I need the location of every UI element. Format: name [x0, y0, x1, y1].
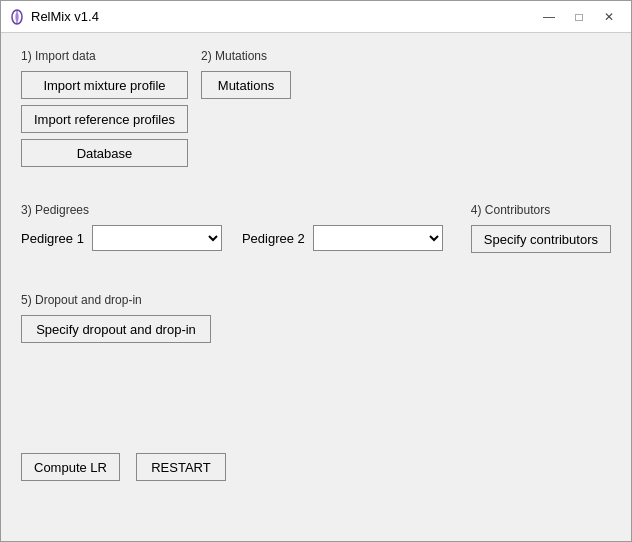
pedigrees-label: 3) Pedigrees [21, 203, 443, 217]
close-button[interactable]: ✕ [595, 5, 623, 29]
action-buttons: Compute LR RESTART [21, 453, 226, 481]
database-button[interactable]: Database [21, 139, 188, 167]
pedigree2-select[interactable] [313, 225, 443, 251]
import-mixture-button[interactable]: Import mixture profile [21, 71, 188, 99]
mutations-button[interactable]: Mutations [201, 71, 291, 99]
contributors-section: 4) Contributors Specify contributors [471, 203, 611, 253]
pedigree2-label: Pedigree 2 [242, 231, 305, 246]
mutations-label: 2) Mutations [201, 49, 291, 63]
import-data-label: 1) Import data [21, 49, 188, 63]
import-data-section: 1) Import data Import mixture profile Im… [21, 49, 188, 167]
app-icon [9, 9, 25, 25]
svg-point-2 [15, 13, 19, 21]
contributors-label: 4) Contributors [471, 203, 611, 217]
specify-dropout-button[interactable]: Specify dropout and drop-in [21, 315, 211, 343]
mutations-section: 2) Mutations Mutations [201, 49, 291, 99]
minimize-button[interactable]: — [535, 5, 563, 29]
pedigrees-section: 3) Pedigrees Pedigree 1 Pedigree 2 [21, 203, 443, 251]
window-title: RelMix v1.4 [31, 9, 535, 24]
dropout-label: 5) Dropout and drop-in [21, 293, 211, 307]
pedigree1-select[interactable] [92, 225, 222, 251]
maximize-button[interactable]: □ [565, 5, 593, 29]
title-bar: RelMix v1.4 — □ ✕ [1, 1, 631, 33]
pedigree1-row: Pedigree 1 Pedigree 2 [21, 225, 443, 251]
compute-lr-button[interactable]: Compute LR [21, 453, 120, 481]
content-area: 1) Import data Import mixture profile Im… [1, 33, 631, 541]
import-data-buttons: Import mixture profile Import reference … [21, 71, 188, 167]
restart-button[interactable]: RESTART [136, 453, 226, 481]
specify-contributors-button[interactable]: Specify contributors [471, 225, 611, 253]
import-reference-button[interactable]: Import reference profiles [21, 105, 188, 133]
main-window: RelMix v1.4 — □ ✕ 1) Import data Import … [0, 0, 632, 542]
window-controls: — □ ✕ [535, 5, 623, 29]
pedigree1-label: Pedigree 1 [21, 231, 84, 246]
dropout-section: 5) Dropout and drop-in Specify dropout a… [21, 293, 211, 343]
